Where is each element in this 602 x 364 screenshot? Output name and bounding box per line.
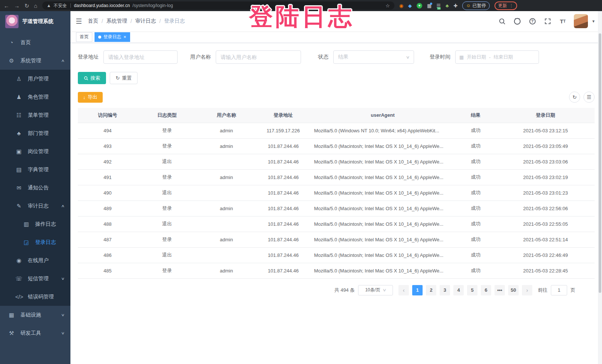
table-row[interactable]: 490退出101.87.244.46Mozilla/5.0 (Macintosh… — [78, 185, 595, 201]
hamburger-icon[interactable]: ☰ — [76, 17, 82, 26]
breadcrumb-item[interactable]: 审计日志 — [135, 18, 156, 24]
table-row[interactable]: 487登录admin101.87.244.46Mozilla/5.0 (Maci… — [78, 232, 595, 247]
tag-active[interactable]: 登录日志× — [95, 32, 130, 42]
pagination: 共 494 条 10条/页 ∨ ‹ 123456•••50 › 前往 页 — [78, 285, 575, 295]
reset-button[interactable]: ↻ 重置 — [110, 72, 138, 84]
page-size-select[interactable]: 10条/页 ∨ — [358, 285, 393, 295]
table-columns-button[interactable]: ☰ — [583, 92, 595, 103]
cell-agent: Mozilla/5.0 (Macintosh; Intel Mac OS X 1… — [310, 154, 455, 169]
table-row[interactable]: 488退出101.87.244.46Mozilla/5.0 (Macintosh… — [78, 216, 595, 232]
sidebar-item-operate-log[interactable]: ▥操作日志 — [0, 215, 70, 233]
github-icon[interactable] — [513, 17, 521, 25]
next-page-button[interactable]: › — [522, 285, 532, 295]
browser-menu-kebab-icon[interactable]: ⋮ — [509, 3, 513, 8]
breadcrumb-item[interactable]: 首页 — [88, 18, 98, 24]
sidebar-item-gear[interactable]: ⚙系统管理∧ — [0, 52, 70, 70]
search-button[interactable]: 搜索 — [78, 72, 106, 84]
page-button-5[interactable]: 5 — [467, 285, 477, 295]
browser-home-icon[interactable]: ⌂ — [34, 3, 37, 9]
tag-close-icon[interactable]: × — [123, 34, 126, 39]
font-size-icon[interactable]: TT — [559, 17, 567, 25]
avatar-caret-down-icon[interactable]: ▼ — [592, 19, 595, 23]
page-button-6[interactable]: 6 — [481, 285, 491, 295]
cell-type: 登录 — [137, 201, 196, 216]
prev-page-button[interactable]: ‹ — [398, 285, 409, 295]
username-input[interactable] — [216, 50, 301, 64]
sidebar-item-infra[interactable]: ▦基础设施∨ — [0, 306, 70, 324]
sidebar-item-login-log[interactable]: ◲登录日志 — [0, 233, 70, 251]
table-row[interactable]: 493登录admin101.87.244.46Mozilla/5.0 (Maci… — [78, 138, 595, 154]
docs-help-icon[interactable]: ? — [528, 17, 536, 25]
sidebar-item-tool[interactable]: ⚒研发工具∨ — [0, 324, 70, 342]
browser-reload-icon[interactable]: ↻ — [24, 3, 29, 9]
sidebar-item-post[interactable]: ▣岗位管理 — [0, 142, 70, 161]
extension-heart-icon[interactable]: ♥ — [417, 3, 422, 9]
cell-agent: Mozilla/5.0 (Windows NT 10.0; Win64; x64… — [310, 123, 455, 138]
audit-log-icon: ✎ — [15, 203, 23, 209]
browser-forward-icon[interactable]: → — [14, 3, 20, 9]
notice-icon: ✉ — [15, 185, 23, 191]
gear-icon: ⚙ — [8, 57, 15, 64]
browser-update-button[interactable]: 更新 ⋮ — [494, 1, 517, 10]
goto-unit: 页 — [570, 287, 575, 294]
extension-list-icon[interactable]: ☰on — [436, 3, 441, 8]
table-row[interactable]: 492退出101.87.244.46Mozilla/5.0 (Macintosh… — [78, 154, 595, 169]
extensions-puzzle-icon[interactable]: ✚ — [453, 3, 457, 8]
sidebar-item-dept-tree[interactable]: ♣部门管理 — [0, 124, 70, 142]
sidebar-item-dict[interactable]: ▤字典管理 — [0, 161, 70, 179]
table-row[interactable]: 489登录admin101.87.244.46Mozilla/5.0 (Maci… — [78, 201, 595, 216]
sidebar-item-user[interactable]: ♙用户管理 — [0, 70, 70, 88]
search-icon[interactable] — [498, 17, 506, 25]
sidebar-item-online-user[interactable]: ◉在线用户 — [0, 251, 70, 269]
page-button-2[interactable]: 2 — [426, 285, 436, 295]
login-address-label: 登录地址 — [78, 54, 99, 60]
table-row[interactable]: 494登录admin117.159.17.226Mozilla/5.0 (Win… — [78, 123, 595, 138]
page-button-3[interactable]: 3 — [440, 285, 450, 295]
user-avatar[interactable] — [574, 14, 588, 28]
table-row[interactable]: 491登录admin101.87.244.46Mozilla/5.0 (Maci… — [78, 169, 595, 185]
page-button-1[interactable]: 1 — [412, 285, 423, 295]
bookmark-star-icon[interactable]: ☆ — [386, 3, 390, 9]
sidebar-item-peoples[interactable]: ♟角色管理 — [0, 88, 70, 106]
cell-result: 成功 — [455, 263, 497, 278]
page-button-50[interactable]: 50 — [508, 285, 519, 295]
sidebar-item-menu-tree[interactable]: ☷菜单管理 — [0, 106, 70, 124]
cell-id: 491 — [78, 169, 137, 185]
cell-type: 登录 — [137, 123, 196, 138]
page-ellipsis-button[interactable]: ••• — [494, 285, 505, 295]
cell-result: 成功 — [455, 247, 497, 263]
extension-leaf-icon[interactable]: ♣ — [446, 3, 449, 8]
tag-item[interactable]: 首页 — [76, 32, 92, 42]
login-address-input[interactable] — [103, 50, 178, 64]
sidebar-item-sms[interactable]: ☏短信管理∨ — [0, 269, 70, 288]
cell-id: 486 — [78, 247, 137, 263]
url-bar[interactable]: ▲ 不安全 dashboard.yudao.iocoder.cn/system/… — [42, 1, 394, 10]
extension-gem-icon[interactable]: ◆ — [408, 3, 412, 8]
cell-agent: Mozilla/5.0 (Macintosh; Intel Mac OS X 1… — [310, 201, 455, 216]
paused-badge[interactable]: ☺ 已暂停 — [462, 1, 489, 10]
sidebar-item-notice[interactable]: ✉通知公告 — [0, 179, 70, 197]
sidebar-item-audit-log[interactable]: ✎审计日志∧ — [0, 197, 70, 215]
page-scrollbar[interactable] — [598, 11, 602, 364]
table-refresh-button[interactable]: ↻ — [569, 92, 580, 103]
login-time-range-picker[interactable]: ▦ 开始日期 - 结束日期 — [455, 50, 539, 64]
date-end-placeholder: 结束日期 — [494, 54, 513, 60]
status-select[interactable]: 结果 ∨ — [333, 50, 414, 64]
table-row[interactable]: 485登录admin101.87.244.46Mozilla/5.0 (Maci… — [78, 263, 595, 278]
sidebar-item-error-code[interactable]: </>错误码管理 — [0, 288, 70, 306]
export-button[interactable]: ↓ 导出 — [78, 92, 103, 103]
cell-id: 490 — [78, 185, 137, 201]
breadcrumb: 首页/系统管理/审计日志/登录日志 — [88, 18, 185, 24]
sidebar-item-dashboard[interactable]: ◔首页 — [0, 33, 70, 52]
browser-back-icon[interactable]: ← — [4, 3, 9, 9]
breadcrumb-item[interactable]: 系统管理 — [106, 18, 127, 24]
app-logo-row[interactable]: 芋道管理系统 — [0, 11, 70, 32]
extension-grid-icon[interactable]: ▦ — [427, 3, 431, 8]
table-row[interactable]: 486退出101.87.244.46Mozilla/5.0 (Macintosh… — [78, 247, 595, 263]
goto-page-input[interactable] — [551, 285, 567, 295]
cell-id: 492 — [78, 154, 137, 169]
fullscreen-icon[interactable] — [543, 17, 552, 25]
scrollbar-thumb[interactable] — [599, 33, 601, 293]
page-button-4[interactable]: 4 — [453, 285, 464, 295]
extension-orange-icon[interactable]: ◉ — [399, 3, 403, 8]
